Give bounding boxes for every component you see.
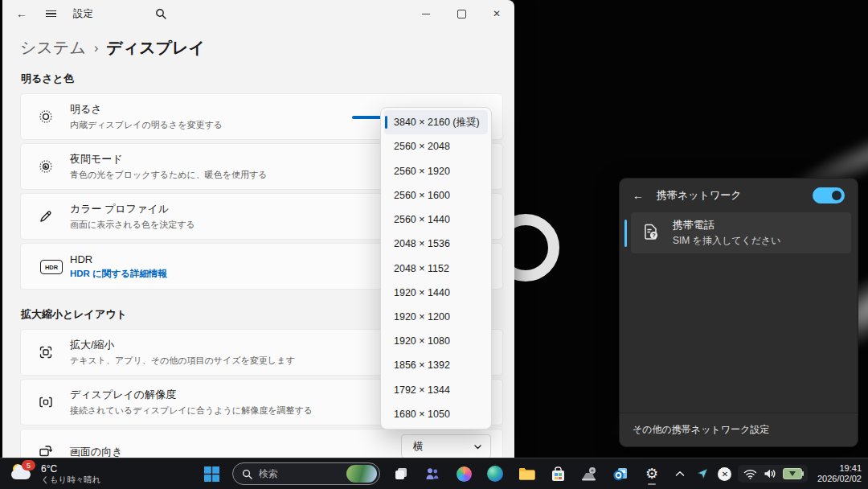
resolution-option[interactable]: 2048 × 1536 (384, 232, 488, 256)
flyout-title: 携帯ネットワーク (657, 188, 800, 203)
row-title: ディスプレイの解像度 (70, 388, 313, 402)
resolution-option[interactable]: 1680 × 1050 (384, 402, 488, 426)
weather-temp: 6°C (41, 463, 100, 475)
cellular-toggle[interactable] (813, 187, 845, 203)
quick-settings-button[interactable] (738, 465, 808, 483)
color-profile-icon (38, 208, 54, 224)
store-icon[interactable] (547, 462, 568, 485)
back-icon[interactable]: ← (15, 7, 28, 20)
section-brightness-color: 明るさと色 (21, 72, 503, 86)
resolution-option[interactable]: 2560 × 1920 (384, 158, 488, 183)
resolution-option[interactable]: 1920 × 1200 (384, 305, 488, 329)
resolution-option[interactable]: 2560 × 1600 (384, 183, 488, 208)
night-light-icon (38, 158, 54, 175)
remote-device-icon[interactable] (579, 462, 600, 485)
breadcrumb-root[interactable]: システム (20, 37, 86, 59)
disconnect-x-icon[interactable]: ✕ (715, 462, 735, 485)
device-title: 携帯電話 (673, 218, 781, 232)
settings-taskbar-icon[interactable]: ⚙ (641, 462, 662, 485)
volume-icon (764, 468, 776, 479)
edge-icon[interactable] (485, 462, 506, 485)
search-highlight-image[interactable] (346, 465, 377, 483)
desktop: ← 設定 ✕ システム › ディスプレイ 明るさと色 (0, 0, 868, 489)
taskbar: 5 6°C くもり時々晴れ 検索 (0, 458, 868, 489)
task-view-icon[interactable] (391, 462, 411, 485)
search-box[interactable]: 検索 (232, 462, 380, 485)
resolution-icon (38, 394, 54, 410)
hamburger-menu-icon[interactable] (44, 7, 57, 20)
row-subtitle: テキスト、アプリ、その他の項目のサイズを変更します (70, 355, 295, 367)
window-title: 設定 (73, 7, 93, 21)
resolution-option[interactable]: 2048 × 1152 (384, 256, 488, 280)
close-button[interactable]: ✕ (479, 0, 514, 27)
flyout-header: ← 携帯ネットワーク (620, 179, 858, 211)
weather-widget[interactable]: 5 6°C くもり時々晴れ (0, 458, 112, 489)
resolution-option[interactable]: 1920 × 1440 (384, 281, 488, 305)
device-subtitle: SIM を挿入してください (673, 234, 781, 248)
chevron-down-icon (473, 442, 482, 451)
row-title: 明るさ (70, 102, 223, 117)
hdr-link[interactable]: HDR に関する詳細情報 (70, 268, 167, 280)
file-explorer-icon[interactable] (516, 462, 537, 485)
titlebar: ← 設定 ✕ (2, 0, 514, 27)
clock[interactable]: 19:41 2026/02/02 (817, 463, 862, 485)
row-subtitle: 接続されているディスプレイに合うように解像度を調整する (70, 405, 313, 417)
breadcrumb: システム › ディスプレイ (20, 37, 503, 59)
svg-text:?: ? (652, 232, 656, 239)
resolution-option-selected[interactable]: 3840 × 2160 (推奨) (384, 110, 488, 134)
maximize-button[interactable] (444, 0, 479, 27)
copilot-icon[interactable] (453, 462, 474, 485)
resolution-option[interactable]: 2560 × 1440 (384, 208, 488, 232)
cellular-device-row[interactable]: ? 携帯電話 SIM を挿入してください (624, 212, 851, 253)
weather-icon: 5 (11, 463, 34, 484)
tray-chevron-up-icon[interactable] (670, 462, 690, 485)
resolution-option[interactable]: 1792 × 1344 (384, 378, 488, 402)
notification-badge: 5 (22, 460, 35, 471)
orientation-value: 横 (413, 440, 424, 454)
row-orientation[interactable]: 画面の向き 横 (20, 429, 503, 458)
start-button[interactable] (201, 462, 222, 485)
battery-charging-icon (783, 468, 802, 479)
resolution-option[interactable]: 2560 × 2048 (384, 134, 488, 158)
resolution-dropdown: 3840 × 2160 (推奨) 2560 × 2048 2560 × 1920… (380, 107, 492, 429)
selection-accent-bar (624, 220, 627, 247)
row-title: カラー プロファイル (70, 202, 195, 216)
location-arrow-icon[interactable] (693, 462, 712, 485)
row-title: HDR (70, 253, 167, 265)
minimize-button[interactable] (408, 0, 444, 27)
scale-icon (38, 344, 54, 360)
resolution-option[interactable]: 1920 × 1080 (384, 329, 488, 353)
row-title: 拡大/縮小 (70, 338, 295, 352)
orientation-select[interactable]: 横 (401, 434, 491, 458)
running-indicator (648, 483, 656, 486)
search-icon (242, 469, 252, 479)
row-title: 夜間モード (70, 152, 268, 166)
system-tray: ✕ 19:41 2026/02/02 (670, 458, 868, 489)
search-icon[interactable] (154, 7, 167, 20)
row-title: 画面の向き (70, 445, 123, 458)
cellular-flyout: ← 携帯ネットワーク ? 携帯電話 SIM を挿入してください その他の携帯ネッ… (619, 178, 858, 447)
outlook-icon[interactable] (610, 462, 631, 485)
weather-condition: くもり時々晴れ (41, 475, 100, 485)
row-subtitle: 画面に表示される色を決定する (70, 219, 195, 231)
more-cellular-settings-link[interactable]: その他の携帯ネットワーク設定 (620, 413, 858, 446)
sim-card-icon: ? (641, 221, 661, 245)
back-icon[interactable]: ← (633, 189, 644, 202)
wifi-icon (743, 469, 757, 479)
row-subtitle: 内蔵ディスプレイの明るさを変更する (70, 119, 223, 131)
page-title: ディスプレイ (106, 37, 205, 59)
orientation-icon (38, 444, 54, 458)
breadcrumb-separator-icon: › (94, 41, 98, 55)
teams-icon[interactable] (422, 462, 443, 485)
search-placeholder: 検索 (259, 467, 340, 481)
clock-time: 19:41 (817, 463, 862, 475)
hdr-icon: HDR (38, 258, 54, 274)
row-subtitle: 青色の光をブロックするために、暖色を使用する (70, 169, 268, 181)
brightness-icon (38, 109, 54, 125)
clock-date: 2026/02/02 (817, 474, 862, 485)
resolution-option[interactable]: 1856 × 1392 (384, 353, 488, 377)
